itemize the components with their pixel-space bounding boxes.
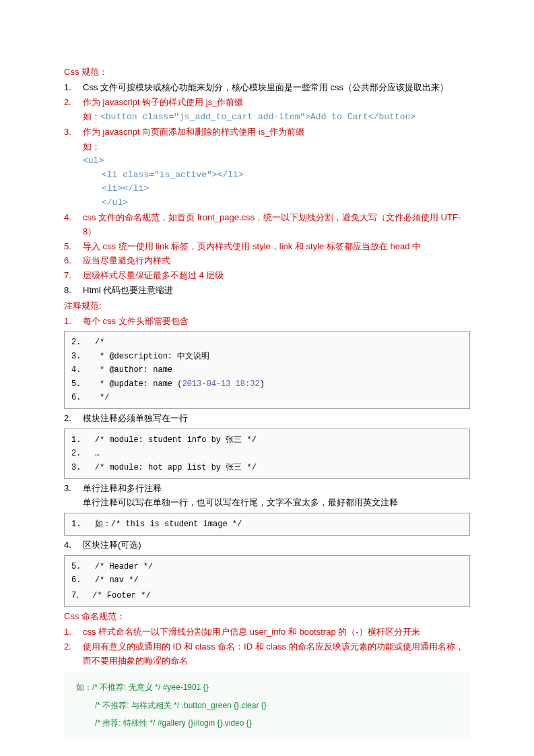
list-num: 1.	[64, 625, 71, 639]
comment-item-2: 2. 模块注释必须单独写在一行	[64, 412, 470, 426]
list-text: 每个 css 文件头部需要包含	[83, 316, 189, 326]
list-num: 5.	[64, 240, 71, 254]
list-num: 4.	[64, 538, 71, 553]
list-num: 3.	[64, 482, 71, 496]
list-item: 6.应当尽量避免行内样式	[64, 254, 470, 268]
list-text: css 样式命名统一以下滑线分割如用户信息 user_info 和 bootst…	[83, 627, 420, 637]
code-line: <ul>	[83, 154, 470, 168]
list-text: Html 代码也要注意缩进	[83, 285, 173, 295]
comment-item-3: 3. 单行注释和多行注释 单行注释可以写在单独一行，也可以写在行尾，文字不宜太多…	[64, 482, 470, 510]
list-num: 1.	[64, 315, 71, 329]
list-text: 区块注释(可选)	[83, 540, 141, 550]
list-item: 5.导入 css 统一使用 link 标签，页内样式使用 style，link …	[64, 240, 470, 254]
list-item: 3.作为 javascript 向页面添加和删除的样式使用 is_作为前缀	[64, 125, 470, 139]
example-line: /* 不推荐: 与样式相关 */ .button_green {}.clear …	[76, 697, 458, 714]
list-item: 8.Html 代码也要注意缩进	[64, 284, 470, 298]
list-text: 导入 css 统一使用 link 标签，页内样式使用 style，link 和 …	[83, 241, 421, 251]
list-text: 模块注释必须单独写在一行	[83, 413, 188, 423]
list-num: 7.	[64, 269, 71, 283]
code-line: <li class="is_active"></li>	[83, 168, 470, 183]
naming-list: 1.css 样式命名统一以下滑线分割如用户信息 user_info 和 boot…	[64, 625, 470, 668]
list-prefix: 如：	[83, 141, 100, 152]
list-num: 4.	[64, 211, 71, 225]
list-text: 应当尽量避免行内样式	[83, 255, 170, 265]
list-item: 1.Css 文件可按模块或核心功能来划分，核心模块里面是一些常用 css（公共部…	[64, 81, 470, 95]
main-list: 1.Css 文件可按模块或核心功能来划分，核心模块里面是一些常用 css（公共部…	[64, 81, 470, 298]
example-block: 如：/* 不推荐: 无意义 */ #yee-1901 {} /* 不推荐: 与样…	[64, 672, 470, 738]
list-item: 4.css 文件的命名规范，如首页 front_page.css，统一以下划线分…	[64, 211, 470, 239]
list-num: 2.	[64, 96, 71, 110]
codebox-inline-comment: 1. 如：/* this is student image */	[64, 513, 470, 536]
list-num: 2.	[64, 412, 71, 426]
list-prefix: 如：	[83, 111, 100, 121]
list-num: 6.	[64, 254, 71, 268]
list-text: 使用有意义的或通用的 ID 和 class 命名：ID 和 class 的命名应…	[83, 641, 464, 666]
list-text: Css 文件可按模块或核心功能来划分，核心模块里面是一些常用 css（公共部分应…	[83, 82, 448, 92]
list-num: 3.	[64, 125, 71, 139]
list-item: 2.作为 javascript 钩子的样式使用 js_作前缀	[64, 96, 470, 110]
code-line: </ul>	[83, 196, 470, 210]
comment-spec-title: 注释规范:	[64, 299, 470, 313]
example-line: /* 推荐: 特殊性 */ #gallery {}#login {}.video…	[76, 714, 458, 732]
inline-code: <button class="js_add_to_cart add-item">…	[100, 112, 415, 122]
list-item: 如：<ul> <li class="is_active"></li> <li><…	[64, 140, 470, 210]
example-line: 如：/* 不推荐: 无意义 */ #yee-1901 {}	[76, 679, 458, 696]
list-num: 1.	[64, 81, 71, 95]
codebox-header-comment: 2. /* 3. * @description: 中文说明 4. * @auth…	[64, 331, 470, 409]
list-item: 1.css 样式命名统一以下滑线分割如用户信息 user_info 和 boot…	[64, 625, 470, 639]
list-text: 单行注释和多行注释	[83, 483, 162, 493]
list-text: 层级样式尽量保证最多不超过 4 层级	[83, 270, 224, 280]
css-spec-title: Css 规范：	[64, 65, 470, 80]
list-item: 7.层级样式尽量保证最多不超过 4 层级	[64, 269, 470, 283]
code-line: <li></li>	[83, 182, 470, 196]
codebox-module-comment: 1. /* module: student info by 张三 */ 2. ……	[64, 429, 470, 479]
list-text: css 文件的命名规范，如首页 front_page.css，统一以下划线分割，…	[83, 212, 461, 237]
codebox-block-comment: 5. /* Header */ 6. /* nav */ 7. /* Foote…	[64, 555, 470, 607]
list-subtext: 单行注释可以写在单独一行，也可以写在行尾，文字不宜太多，最好都用英文注释	[83, 496, 470, 510]
list-text: 作为 javascript 向页面添加和删除的样式使用 is_作为前缀	[83, 127, 304, 137]
list-num: 2.	[64, 640, 71, 654]
list-num: 8.	[64, 284, 71, 298]
comment-item-4: 4. 区块注释(可选)	[64, 538, 470, 553]
list-text: 作为 javascript 钩子的样式使用 js_作前缀	[83, 97, 243, 107]
comment-list: 1. 每个 css 文件头部需要包含	[64, 315, 470, 329]
list-item: 如：<button class="js_add_to_cart add-item…	[64, 110, 470, 125]
comment-item-1: 1. 每个 css 文件头部需要包含	[64, 315, 470, 329]
css-naming-title: Css 命名规范：	[64, 610, 470, 624]
list-item: 2.使用有意义的或通用的 ID 和 class 命名：ID 和 class 的命…	[64, 640, 470, 668]
